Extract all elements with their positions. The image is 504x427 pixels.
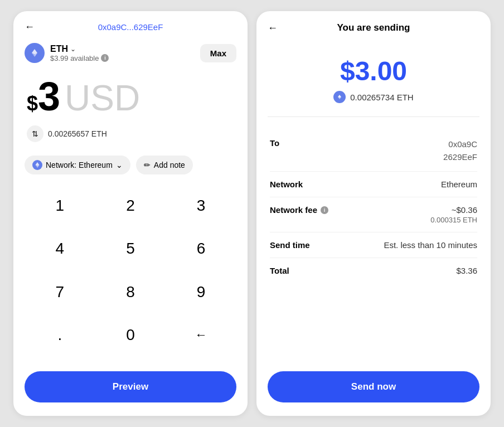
numpad-key-decimal[interactable]: . bbox=[25, 317, 95, 353]
network-fee-value: ~$0.36 0.000315 ETH bbox=[430, 205, 477, 224]
amount-display: $ 3 USD bbox=[13, 67, 248, 121]
to-row: To 0x0a9C 2629EeF bbox=[270, 130, 477, 172]
send-time-label: Send time bbox=[270, 240, 310, 250]
left-back-button[interactable]: ← bbox=[25, 21, 35, 33]
eth-equivalent-row: ⇅ 0.00265657 ETH bbox=[13, 121, 248, 151]
currency-label: USD bbox=[65, 80, 140, 116]
add-note-button[interactable]: ✏ Add note bbox=[136, 156, 193, 174]
right-screen: ← You are sending $3.00 0.00265734 ETH bbox=[256, 11, 491, 416]
network-fee-label: Network fee i bbox=[270, 205, 328, 215]
right-header: ← You are sending bbox=[256, 11, 491, 42]
token-available: $3.99 available i bbox=[50, 54, 109, 62]
numpad-key-1[interactable]: 1 bbox=[25, 188, 95, 224]
to-address: 0x0a9C 2629EeF bbox=[443, 138, 477, 163]
eth-icon-small bbox=[333, 91, 346, 103]
screens-container: ← 0x0a9C...629EeF ETH ⌄ bbox=[0, 0, 504, 427]
send-time-value: Est. less than 10 minutes bbox=[384, 240, 477, 250]
preview-button[interactable]: Preview bbox=[25, 371, 236, 402]
swap-currency-button[interactable]: ⇅ bbox=[27, 125, 43, 142]
token-details: ETH ⌄ $3.99 available i bbox=[50, 44, 109, 62]
left-header: ← 0x0a9C...629EeF bbox=[13, 11, 248, 38]
pencil-icon: ✏ bbox=[144, 161, 151, 169]
dollar-sign: $ bbox=[27, 92, 38, 115]
network-fee-row: Network fee i ~$0.36 0.000315 ETH bbox=[270, 197, 477, 232]
token-row: ETH ⌄ $3.99 available i Max bbox=[13, 38, 248, 67]
fee-info-icon[interactable]: i bbox=[321, 206, 328, 214]
right-title: You are sending bbox=[337, 22, 410, 33]
backspace-icon: ← bbox=[195, 328, 207, 342]
network-detail-value: Ethereum bbox=[441, 179, 477, 189]
wallet-address[interactable]: 0x0a9C...629EeF bbox=[98, 22, 163, 32]
token-info: ETH ⌄ $3.99 available i bbox=[25, 43, 109, 63]
numpad: 123456789.0← bbox=[13, 183, 248, 365]
swap-icon: ⇅ bbox=[32, 129, 38, 138]
amount-number: 3 bbox=[38, 76, 60, 117]
numpad-key-2[interactable]: 2 bbox=[95, 188, 166, 224]
numpad-key-0[interactable]: 0 bbox=[95, 317, 166, 353]
numpad-key-backspace[interactable]: ← bbox=[166, 317, 236, 353]
send-time-row: Send time Est. less than 10 minutes bbox=[270, 232, 477, 258]
sending-usd-amount: $3.00 bbox=[268, 56, 479, 86]
numpad-key-3[interactable]: 3 bbox=[166, 188, 236, 224]
total-label: Total bbox=[270, 266, 289, 275]
divider bbox=[268, 117, 479, 117]
network-chevron-icon: ⌄ bbox=[116, 161, 123, 169]
sending-amount: $3.00 0.00265734 ETH bbox=[256, 42, 491, 112]
network-row: Network Ethereum bbox=[270, 172, 477, 197]
numpad-key-8[interactable]: 8 bbox=[95, 274, 166, 310]
total-value: $3.36 bbox=[456, 266, 477, 275]
eth-equivalent-text: 0.00265657 ETH bbox=[48, 129, 107, 138]
preview-btn-container: Preview bbox=[13, 365, 248, 416]
network-detail-label: Network bbox=[270, 179, 303, 189]
network-icon bbox=[32, 160, 42, 170]
right-back-button[interactable]: ← bbox=[268, 22, 278, 34]
token-name: ETH bbox=[50, 44, 68, 54]
left-screen: ← 0x0a9C...629EeF ETH ⌄ bbox=[13, 11, 248, 416]
detail-rows: To 0x0a9C 2629EeF Network Ethereum Netwo… bbox=[256, 122, 491, 292]
send-now-button[interactable]: Send now bbox=[268, 371, 479, 402]
send-btn-container: Send now bbox=[256, 365, 491, 416]
total-row: Total $3.36 bbox=[270, 258, 477, 283]
to-label: To bbox=[270, 138, 279, 148]
network-selector-button[interactable]: Network: Ethereum ⌄ bbox=[25, 156, 130, 174]
numpad-key-7[interactable]: 7 bbox=[25, 274, 95, 310]
numpad-key-5[interactable]: 5 bbox=[95, 231, 166, 266]
sending-eth-row: 0.00265734 ETH bbox=[268, 91, 479, 103]
eth-logo-icon bbox=[25, 43, 45, 63]
numpad-key-9[interactable]: 9 bbox=[166, 274, 236, 310]
max-button[interactable]: Max bbox=[200, 44, 236, 62]
sending-eth-amount: 0.00265734 ETH bbox=[350, 93, 413, 102]
numpad-key-4[interactable]: 4 bbox=[25, 231, 95, 266]
network-label: Network: Ethereum bbox=[46, 161, 113, 169]
token-name-row[interactable]: ETH ⌄ bbox=[50, 44, 109, 54]
note-label: Add note bbox=[154, 161, 185, 169]
numpad-key-6[interactable]: 6 bbox=[166, 231, 236, 266]
controls-row: Network: Ethereum ⌄ ✏ Add note bbox=[13, 151, 248, 183]
token-dropdown-icon: ⌄ bbox=[70, 45, 76, 53]
available-info-icon[interactable]: i bbox=[101, 54, 109, 62]
